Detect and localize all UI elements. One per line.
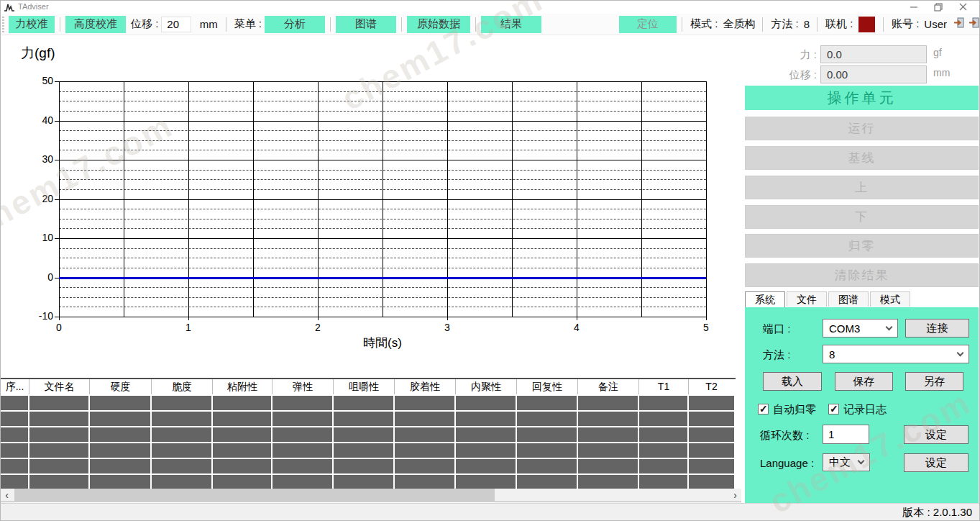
close-button[interactable]: [951, 1, 975, 13]
run-button[interactable]: 运行: [745, 117, 979, 140]
toolbar-separator: [475, 17, 476, 32]
table-cell: [152, 443, 213, 458]
up-button[interactable]: 上: [745, 176, 979, 199]
restore-button[interactable]: [926, 1, 951, 13]
baseline-button[interactable]: 基线: [745, 146, 979, 170]
menu-item-result[interactable]: 结果: [481, 16, 541, 33]
save-as-button[interactable]: 另存: [905, 372, 963, 391]
table-cell: [517, 412, 578, 426]
table-cell: [689, 412, 734, 426]
displacement-readout-label: 位移 :: [745, 68, 817, 82]
table-cell: [273, 412, 334, 426]
tab-graph[interactable]: 图谱: [828, 291, 869, 307]
x-tick-mark: [706, 317, 707, 320]
table-row[interactable]: [1, 396, 736, 410]
menu-item-graph[interactable]: 图谱: [336, 16, 396, 33]
minimize-button[interactable]: [902, 1, 926, 13]
plot-area: 50403020100-10012345: [59, 81, 706, 317]
x-tick-label: 3: [440, 322, 454, 333]
column-header[interactable]: 弹性: [273, 379, 334, 394]
column-header[interactable]: 内聚性: [456, 379, 517, 394]
x-tick-label: 0: [52, 322, 66, 333]
port-select[interactable]: COM3: [823, 319, 898, 337]
table-cell: [273, 396, 334, 410]
table-cell: [456, 427, 517, 442]
table-row[interactable]: [1, 475, 736, 489]
table-cell: [213, 443, 273, 458]
menu-item-analysis[interactable]: 分析: [265, 16, 325, 33]
auto-zero-checkbox[interactable]: [758, 404, 769, 414]
column-header[interactable]: T1: [639, 379, 689, 394]
column-header[interactable]: 文件名: [29, 379, 90, 394]
cycles-set-button[interactable]: 设定: [904, 425, 968, 444]
login-icon[interactable]: [953, 17, 964, 31]
scroll-left-arrow[interactable]: ‹: [1, 489, 13, 502]
table-cell: [639, 443, 689, 458]
cycles-input[interactable]: 1: [823, 425, 869, 444]
table-cell: [29, 412, 90, 426]
displacement-input[interactable]: 20: [161, 17, 191, 32]
table-cell: [639, 396, 689, 410]
language-select[interactable]: 中文: [823, 453, 870, 471]
control-panel: 力 : 0.0 gf 位移 : 0.00 mm 操作单元 运行 基线 上 下 归…: [745, 35, 979, 504]
tab-file[interactable]: 文件: [787, 291, 827, 307]
clear-results-button[interactable]: 清除结果: [745, 263, 979, 287]
force-calibration-button[interactable]: 力校准: [9, 16, 55, 33]
horizontal-scrollbar[interactable]: ‹ ›: [1, 489, 741, 502]
table-cell: [689, 396, 734, 410]
tab-system[interactable]: 系统: [745, 291, 785, 307]
gridline-vertical: [253, 81, 254, 317]
table-cell: [273, 427, 334, 442]
tab-mode[interactable]: 模式: [870, 291, 910, 307]
language-set-button[interactable]: 设定: [904, 453, 968, 472]
table-cell: [517, 396, 578, 410]
table-cell: [1, 427, 29, 442]
column-header[interactable]: 脆度: [152, 379, 213, 394]
y-tick-label: 20: [27, 193, 53, 204]
scrollbar-track[interactable]: [13, 489, 729, 502]
chevron-down-icon: [858, 458, 865, 465]
method-select[interactable]: 8: [823, 345, 969, 363]
app-window: TAdviser 力校准 高度校准 位移 : 20 mm 菜单 : 分析 图谱 …: [0, 0, 980, 521]
logout-icon[interactable]: [968, 17, 979, 31]
y-tick-label: 30: [27, 153, 53, 165]
settings-tabs: 系统 文件 图谱 模式: [745, 291, 912, 307]
table-row[interactable]: [1, 412, 736, 426]
log-checkbox[interactable]: [828, 404, 839, 414]
menu-item-raw-data[interactable]: 原始数据: [407, 16, 470, 33]
connect-button[interactable]: 连接: [905, 319, 969, 337]
column-header[interactable]: 回复性: [517, 379, 578, 394]
table-cell: [213, 475, 273, 489]
table-cell: [334, 459, 395, 474]
table-row[interactable]: [1, 443, 736, 458]
toolbar-separator: [60, 17, 60, 32]
toolbar-grip[interactable]: [2, 17, 4, 32]
scroll-right-arrow[interactable]: ›: [729, 489, 741, 502]
locate-button[interactable]: 定位: [619, 16, 677, 33]
table-cell: [578, 443, 639, 458]
table-row[interactable]: [1, 459, 736, 474]
height-calibration-button[interactable]: 高度校准: [65, 16, 126, 33]
x-tick-mark: [447, 317, 448, 320]
load-button[interactable]: 载入: [763, 372, 822, 391]
column-header[interactable]: 硬度: [90, 379, 152, 394]
displacement-label: 位移 :: [131, 17, 158, 31]
table-row[interactable]: [1, 427, 736, 442]
scrollbar-thumb[interactable]: [14, 489, 495, 502]
save-button[interactable]: 保存: [835, 372, 893, 391]
down-button[interactable]: 下: [745, 205, 979, 229]
table-cell: [213, 396, 273, 410]
column-header[interactable]: 粘附性: [213, 379, 273, 394]
column-header[interactable]: T2: [689, 379, 734, 394]
column-header[interactable]: 序...: [1, 379, 29, 394]
zero-button[interactable]: 归零: [745, 234, 979, 258]
column-header[interactable]: 咀嚼性: [334, 379, 395, 394]
column-header[interactable]: 备注: [578, 379, 639, 394]
toolbar-separator: [401, 17, 402, 32]
table-cell: [517, 475, 578, 489]
table-cell: [152, 412, 213, 426]
operate-unit-button[interactable]: 操作单元: [745, 86, 979, 110]
column-header[interactable]: 胶着性: [395, 379, 456, 394]
x-tick-mark: [577, 317, 577, 320]
table-cell: [213, 427, 273, 442]
